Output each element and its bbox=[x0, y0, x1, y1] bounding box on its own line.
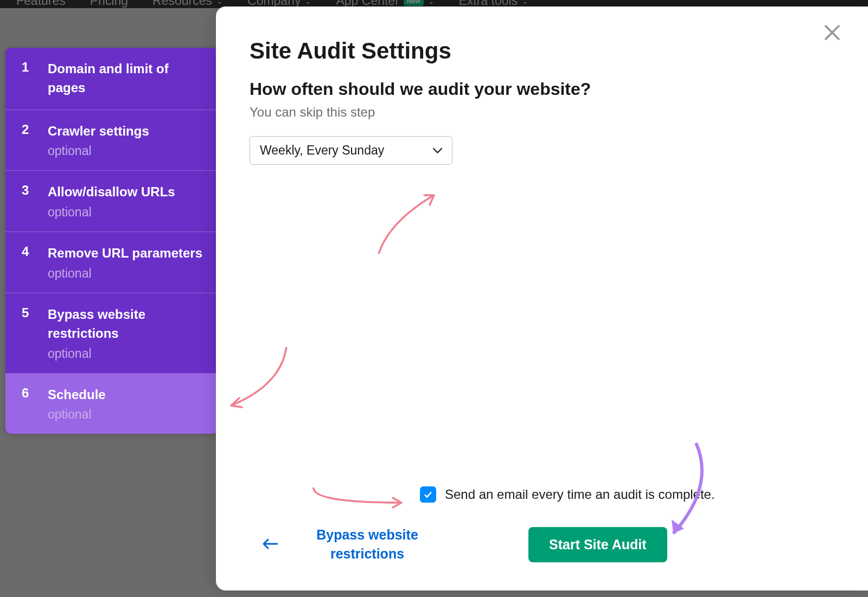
step-number: 5 bbox=[22, 305, 48, 320]
chevron-down-icon bbox=[433, 146, 442, 155]
new-badge: New bbox=[404, 0, 424, 6]
chevron-down-icon: ⌄ bbox=[522, 0, 528, 5]
nav-pricing[interactable]: Pricing bbox=[90, 0, 128, 8]
select-value: Weekly, Every Sunday bbox=[260, 143, 384, 158]
back-link[interactable]: Bypass website restrictions bbox=[299, 525, 435, 563]
modal-subtitle: How often should we audit your website? bbox=[250, 79, 829, 99]
step-title: Domain and limit of pages bbox=[48, 60, 205, 98]
chevron-down-icon: ⌄ bbox=[216, 0, 223, 5]
step-title: Remove URL parameters bbox=[48, 244, 205, 263]
step-bypass-restrictions[interactable]: 5 Bypass website restrictions optional bbox=[5, 293, 218, 374]
step-title: Crawler settings bbox=[48, 122, 205, 141]
close-icon bbox=[822, 23, 842, 42]
checkbox-label: Send an email every time an audit is com… bbox=[445, 487, 715, 502]
step-optional-label: optional bbox=[48, 407, 205, 422]
step-domain-limit[interactable]: 1 Domain and limit of pages bbox=[5, 48, 218, 110]
arrow-left-icon bbox=[263, 538, 278, 549]
step-title: Schedule bbox=[48, 386, 205, 405]
settings-modal: Site Audit Settings How often should we … bbox=[216, 7, 868, 590]
nav-resources[interactable]: Resources⌄ bbox=[152, 0, 223, 8]
chevron-down-icon: ⌄ bbox=[305, 0, 311, 5]
step-optional-label: optional bbox=[48, 346, 205, 361]
email-notification-checkbox[interactable] bbox=[420, 486, 436, 503]
nav-features[interactable]: Features bbox=[16, 0, 66, 8]
step-allow-disallow-urls[interactable]: 3 Allow/disallow URLs optional bbox=[5, 171, 218, 232]
step-number: 6 bbox=[22, 386, 48, 401]
modal-footer: Send an email every time an audit is com… bbox=[250, 486, 829, 563]
step-schedule[interactable]: 6 Schedule optional bbox=[5, 374, 218, 434]
step-remove-url-parameters[interactable]: 4 Remove URL parameters optional bbox=[5, 232, 218, 293]
back-arrow-button[interactable] bbox=[263, 536, 278, 553]
start-site-audit-button[interactable]: Start Site Audit bbox=[528, 527, 667, 562]
wizard-sidebar: 1 Domain and limit of pages 2 Crawler se… bbox=[5, 48, 218, 434]
footer-buttons: Bypass website restrictions Start Site A… bbox=[250, 525, 829, 563]
step-title: Bypass website restrictions bbox=[48, 305, 205, 343]
check-icon bbox=[423, 490, 433, 499]
step-number: 3 bbox=[22, 183, 48, 198]
step-number: 4 bbox=[22, 244, 48, 259]
chevron-down-icon: ⌄ bbox=[428, 0, 435, 5]
email-notification-row: Send an email every time an audit is com… bbox=[420, 486, 829, 503]
step-number: 1 bbox=[22, 60, 48, 75]
step-title: Allow/disallow URLs bbox=[48, 183, 205, 202]
step-optional-label: optional bbox=[48, 144, 205, 158]
step-number: 2 bbox=[22, 122, 48, 137]
modal-hint: You can skip this step bbox=[250, 105, 829, 120]
step-optional-label: optional bbox=[48, 266, 205, 281]
step-optional-label: optional bbox=[48, 205, 205, 220]
modal-title: Site Audit Settings bbox=[250, 38, 829, 64]
close-button[interactable] bbox=[822, 23, 842, 42]
step-crawler-settings[interactable]: 2 Crawler settings optional bbox=[5, 110, 218, 171]
schedule-select[interactable]: Weekly, Every Sunday bbox=[250, 136, 452, 165]
